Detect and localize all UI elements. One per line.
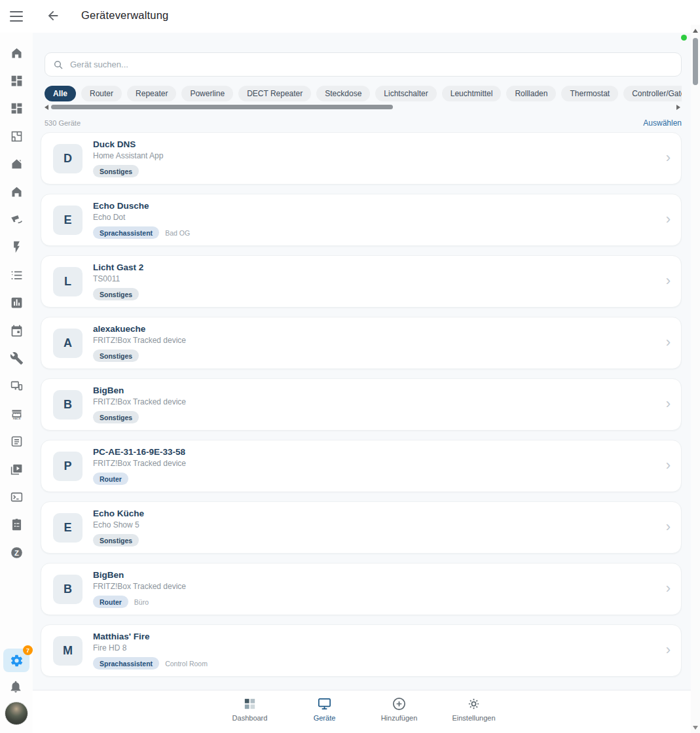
scroll-down-arrow-icon[interactable] bbox=[693, 726, 698, 730]
logbook-icon[interactable] bbox=[3, 427, 30, 455]
hacs-store-icon[interactable]: HACS bbox=[3, 400, 30, 427]
device-avatar: D bbox=[53, 144, 83, 173]
device-avatar: P bbox=[53, 452, 83, 481]
device-model: TS0011 bbox=[93, 274, 143, 283]
filter-chip-alle[interactable]: Alle bbox=[45, 86, 76, 101]
floor-plan-icon[interactable] bbox=[3, 122, 30, 150]
nav-item-geraete[interactable]: Geräte bbox=[303, 696, 346, 733]
device-avatar: E bbox=[53, 206, 83, 235]
back-arrow-icon[interactable] bbox=[46, 9, 62, 24]
chevron-right-icon[interactable]: › bbox=[666, 643, 671, 657]
nav-item-einstellungen[interactable]: Einstellungen bbox=[452, 696, 496, 733]
search-icon bbox=[53, 60, 64, 70]
device-card[interactable]: P PC-AE-31-16-9E-33-58 FRITZ!Box Tracked… bbox=[41, 440, 682, 492]
todo-list-icon[interactable] bbox=[3, 261, 30, 289]
device-card[interactable]: M Matthias' Fire Fire HD 8 Sprachassiste… bbox=[41, 624, 682, 677]
terminal-icon[interactable] bbox=[3, 483, 30, 510]
history-chart-icon[interactable] bbox=[3, 289, 30, 317]
nav-item-dashboard[interactable]: Dashboard bbox=[229, 696, 272, 733]
device-name: Echo Dusche bbox=[93, 201, 190, 211]
filter-chip-dect-repeater[interactable]: DECT Repeater bbox=[238, 86, 311, 101]
filter-chip-steckdose[interactable]: Steckdose bbox=[316, 86, 370, 101]
device-model: FRITZ!Box Tracked device bbox=[93, 582, 186, 591]
scroll-left-arrow-icon[interactable] bbox=[45, 105, 48, 110]
vertical-scroll-thumb[interactable] bbox=[693, 38, 698, 85]
select-devices-link[interactable]: Auswählen bbox=[643, 118, 682, 128]
device-name: Licht Gast 2 bbox=[93, 262, 143, 272]
search-input[interactable] bbox=[70, 60, 673, 69]
device-name: BigBen bbox=[93, 385, 186, 395]
main-content: Alle Router Repeater Powerline DECT Repe… bbox=[33, 33, 691, 733]
device-category-badge: Sprachassistent bbox=[93, 226, 159, 239]
filter-chip-controller-gateway[interactable]: Controller/Gateway bbox=[623, 86, 682, 101]
horizontal-scroll-thumb[interactable] bbox=[51, 105, 393, 109]
notifications-bell-icon[interactable] bbox=[9, 679, 24, 695]
filter-chip-leuchtmittel[interactable]: Leuchtmittel bbox=[442, 86, 502, 101]
chevron-right-icon[interactable]: › bbox=[666, 151, 671, 165]
device-category-badge: Sonstiges bbox=[93, 288, 139, 300]
filter-chip-rollladen[interactable]: Rollladen bbox=[506, 86, 556, 101]
device-model: Echo Dot bbox=[93, 213, 190, 222]
filter-chip-repeater[interactable]: Repeater bbox=[127, 86, 176, 101]
home-icon[interactable] bbox=[3, 39, 30, 67]
device-count: 530 Geräte bbox=[45, 119, 81, 127]
filter-chip-router[interactable]: Router bbox=[81, 86, 122, 101]
device-avatar: E bbox=[53, 513, 83, 543]
zigbee-icon[interactable]: Z bbox=[3, 539, 30, 566]
device-model: Echo Show 5 bbox=[93, 520, 144, 529]
media-icon[interactable] bbox=[3, 456, 30, 483]
device-card[interactable]: L Licht Gast 2 TS0011 Sonstiges › bbox=[41, 255, 682, 308]
device-model: Home Assistant App bbox=[93, 151, 163, 160]
device-avatar: M bbox=[53, 636, 83, 666]
cctv-camera-icon[interactable] bbox=[3, 206, 30, 233]
chevron-right-icon[interactable]: › bbox=[666, 520, 671, 534]
chevron-right-icon[interactable]: › bbox=[666, 212, 671, 226]
device-name: alexakueche bbox=[93, 324, 186, 334]
device-category-badge: Sonstiges bbox=[93, 411, 139, 423]
scroll-right-arrow-icon[interactable] bbox=[676, 105, 680, 110]
home-3-icon[interactable] bbox=[3, 178, 30, 206]
device-card[interactable]: D Duck DNS Home Assistant App Sonstiges … bbox=[41, 132, 682, 185]
developer-tools-icon[interactable] bbox=[3, 344, 30, 372]
home-2-icon[interactable] bbox=[3, 151, 30, 178]
calendar-icon[interactable] bbox=[3, 317, 30, 344]
chevron-right-icon[interactable]: › bbox=[666, 274, 671, 288]
device-search-box bbox=[45, 52, 682, 77]
sidebar-item-settings[interactable]: 7 bbox=[3, 649, 29, 672]
filter-chip-thermostat[interactable]: Thermostat bbox=[561, 86, 618, 101]
scroll-up-arrow-icon[interactable] bbox=[693, 29, 698, 33]
user-avatar[interactable] bbox=[5, 702, 28, 725]
device-list: D Duck DNS Home Assistant App Sonstiges … bbox=[41, 132, 682, 677]
dashboard-icon[interactable] bbox=[3, 67, 30, 94]
device-area: Control Room bbox=[165, 660, 208, 668]
device-avatar: B bbox=[53, 390, 83, 420]
device-card[interactable]: E Echo Küche Echo Show 5 Sonstiges › bbox=[41, 501, 682, 554]
device-card[interactable]: B BigBen FRITZ!Box Tracked device Sonsti… bbox=[41, 378, 682, 431]
settings-notification-badge: 7 bbox=[23, 645, 33, 655]
chevron-right-icon[interactable]: › bbox=[666, 458, 671, 473]
devices-icon[interactable] bbox=[3, 372, 30, 400]
energy-flash-icon[interactable] bbox=[3, 234, 30, 261]
chevron-right-icon[interactable]: › bbox=[666, 397, 671, 411]
device-area: Bad OG bbox=[165, 229, 190, 237]
hamburger-menu-icon[interactable] bbox=[10, 11, 23, 22]
filter-chip-powerline[interactable]: Powerline bbox=[181, 86, 233, 101]
plus-circle-icon bbox=[392, 696, 407, 711]
device-card[interactable]: B BigBen FRITZ!Box Tracked device Router… bbox=[41, 563, 682, 615]
filter-chip-lichtschalter[interactable]: Lichtschalter bbox=[375, 86, 436, 101]
vertical-scrollbar[interactable] bbox=[691, 25, 700, 733]
dashboard-alt-icon[interactable] bbox=[3, 95, 30, 122]
device-initial: L bbox=[64, 275, 71, 289]
device-category-badge: Sonstiges bbox=[93, 165, 139, 177]
nav-item-hinzufuegen[interactable]: Hinzufügen bbox=[378, 696, 421, 733]
device-card[interactable]: A alexakueche FRITZ!Box Tracked device S… bbox=[41, 317, 682, 369]
chevron-right-icon[interactable]: › bbox=[666, 335, 671, 349]
device-initial: E bbox=[64, 213, 71, 227]
monitor-icon bbox=[317, 696, 332, 711]
tasks-clipboard-icon[interactable] bbox=[3, 511, 30, 539]
svg-text:Z: Z bbox=[14, 548, 19, 556]
chevron-right-icon[interactable]: › bbox=[666, 581, 671, 596]
device-card[interactable]: E Echo Dusche Echo Dot Sprachassistent B… bbox=[41, 194, 682, 246]
sidebar: HACS Z 7 bbox=[0, 33, 33, 733]
chips-horizontal-scrollbar[interactable] bbox=[45, 104, 682, 111]
